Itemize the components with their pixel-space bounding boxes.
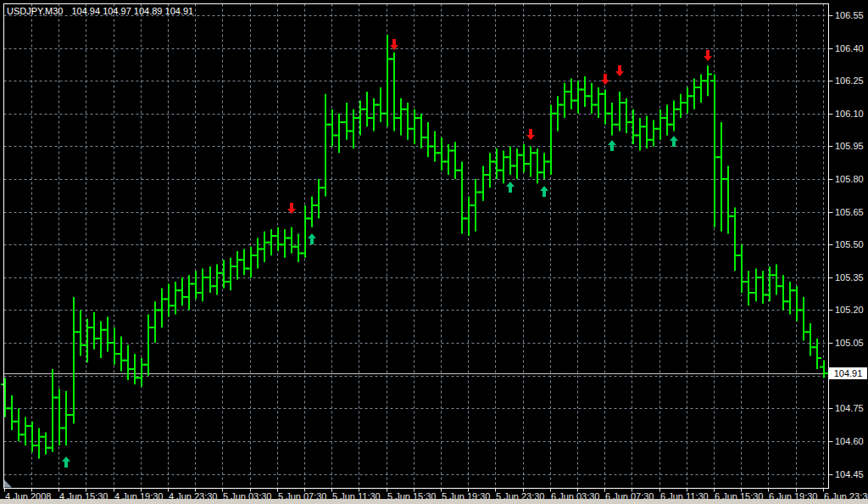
quote-ohlc-label: 104.94 104.97 104.89 104.91 [71, 6, 193, 16]
price-axis-label: 104.60 [835, 436, 864, 446]
symbol-period-label: USDJPY,M30 [7, 6, 63, 16]
price-axis-label: 105.50 [835, 239, 864, 249]
price-chart-canvas[interactable]: 106.55106.40106.25106.10105.95105.80105.… [0, 0, 868, 504]
price-axis-label: 105.80 [835, 174, 864, 184]
chart-background [0, 0, 868, 504]
price-axis-label: 105.95 [835, 141, 864, 151]
price-axis-label: 104.75 [835, 403, 864, 413]
current-price-badge: 104.91 [829, 367, 867, 379]
price-axis-label: 106.25 [835, 76, 864, 86]
chart-window: 106.55106.40106.25106.10105.95105.80105.… [0, 0, 868, 504]
chart-title: USDJPY,M30104.94 104.97 104.89 104.91 [7, 6, 193, 16]
window-edge [0, 499, 868, 504]
price-axis-label: 106.10 [835, 109, 864, 119]
price-axis-label: 105.20 [835, 305, 864, 315]
price-axis-label: 104.45 [835, 469, 864, 479]
price-axis-label: 105.65 [835, 207, 864, 217]
price-axis-label: 106.40 [835, 43, 864, 53]
price-axis-label: 105.05 [835, 338, 864, 348]
price-axis-label: 106.55 [835, 10, 864, 20]
price-axis-label: 105.35 [835, 272, 864, 283]
